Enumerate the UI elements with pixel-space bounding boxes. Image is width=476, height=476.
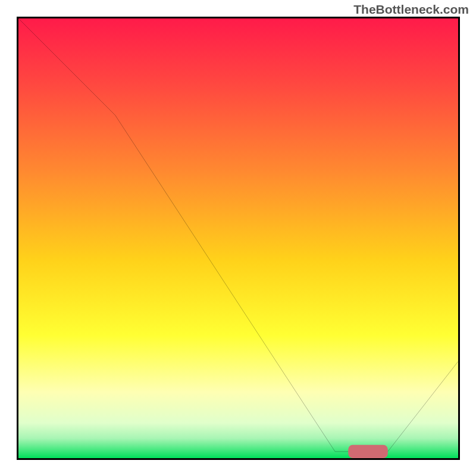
chart-plot — [18, 18, 458, 458]
optimum-marker — [348, 445, 388, 458]
chart-frame — [17, 17, 460, 460]
watermark-text: TheBottleneck.com — [353, 2, 469, 17]
